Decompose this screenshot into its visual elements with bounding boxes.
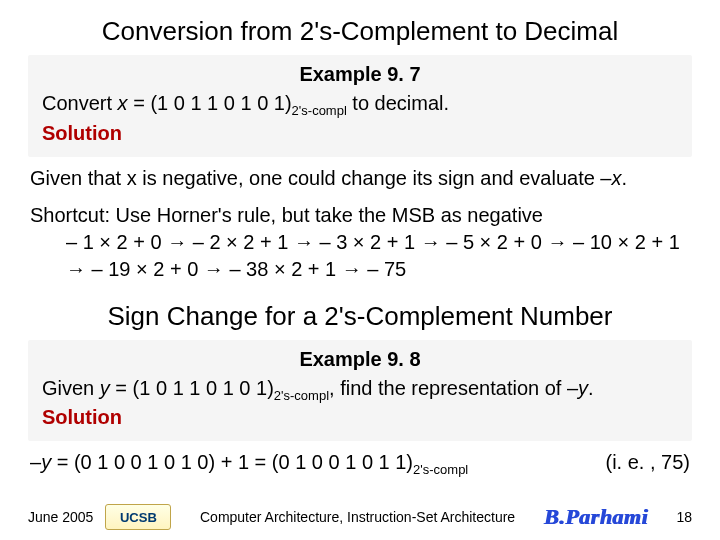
example-1-box: Example 9. 7 Convert x = (1 0 1 1 0 1 0 … <box>28 55 692 157</box>
footer: June 2005 UCSB Computer Architecture, In… <box>28 504 692 530</box>
solution-label-1: Solution <box>42 120 678 147</box>
shortcut-line-2: → – 19 × 2 + 0 → – 38 × 2 + 1 → – 75 <box>30 256 690 283</box>
paragraph-1: Given that x is negative, one could chan… <box>30 165 690 192</box>
slide-title: Conversion from 2's-Complement to Decima… <box>28 16 692 47</box>
shortcut-block: Shortcut: Use Horner's rule, but take th… <box>30 202 690 283</box>
text: = (1 0 1 1 0 1 0 1) <box>128 92 292 114</box>
page-number: 18 <box>676 509 692 525</box>
ucsb-logo: UCSB <box>105 504 171 530</box>
text: Given <box>42 377 100 399</box>
text: = (1 0 1 1 0 1 0 1) <box>110 377 274 399</box>
example-2-prompt: Given y = (1 0 1 1 0 1 0 1)2's-compl, fi… <box>42 375 678 405</box>
variable-y: y <box>41 451 51 473</box>
text: – <box>30 451 41 473</box>
subscript: 2's-compl <box>274 388 329 403</box>
variable-y: y <box>578 377 588 399</box>
text: = (0 1 0 0 1 0 1 0) + 1 = (0 1 0 0 1 0 1… <box>51 451 413 473</box>
variable-x: x <box>612 167 622 189</box>
shortcut-line-1: – 1 × 2 + 0 → – 2 × 2 + 1 → – 3 × 2 + 1 … <box>30 229 690 256</box>
example-1-label: Example 9. 7 <box>42 61 678 88</box>
example-2-label: Example 9. 8 <box>42 346 678 373</box>
section-subtitle: Sign Change for a 2's-Complement Number <box>28 301 692 332</box>
text: . <box>588 377 594 399</box>
subscript: 2's-compl <box>292 103 347 118</box>
result-expr: –y = (0 1 0 0 1 0 1 0) + 1 = (0 1 0 0 1 … <box>30 449 468 479</box>
text: Convert <box>42 92 118 114</box>
example-1-prompt: Convert x = (1 0 1 1 0 1 0 1)2's-compl t… <box>42 90 678 120</box>
solution-label-2: Solution <box>42 404 678 431</box>
result-line: –y = (0 1 0 0 1 0 1 0) + 1 = (0 1 0 0 1 … <box>30 449 690 479</box>
shortcut-lead: Shortcut: Use Horner's rule, but take th… <box>30 202 690 229</box>
footer-author: B.Parhami <box>544 504 648 530</box>
text: to decimal. <box>347 92 449 114</box>
footer-left: June 2005 UCSB <box>28 504 171 530</box>
text: . <box>622 167 628 189</box>
text: , find the representation of – <box>329 377 578 399</box>
footer-date: June 2005 <box>28 509 93 525</box>
result-paren: (i. e. , 75) <box>582 449 690 476</box>
text: Given that x is negative, one could chan… <box>30 167 612 189</box>
variable-x: x <box>118 92 128 114</box>
subscript: 2's-compl <box>413 462 468 477</box>
slide: Conversion from 2's-Complement to Decima… <box>0 0 720 540</box>
footer-chapter: Computer Architecture, Instruction-Set A… <box>200 509 515 525</box>
example-2-box: Example 9. 8 Given y = (1 0 1 1 0 1 0 1)… <box>28 340 692 442</box>
variable-y: y <box>100 377 110 399</box>
